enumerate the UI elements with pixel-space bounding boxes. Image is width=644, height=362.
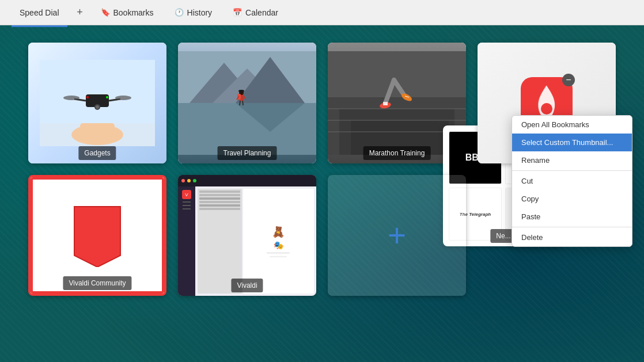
tab-speed-dial[interactable]: Speed Dial bbox=[12, 3, 67, 22]
dial-thumbnail-gadgets bbox=[28, 43, 166, 163]
svg-point-8 bbox=[115, 96, 131, 100]
svg-point-11 bbox=[86, 96, 89, 98]
tab-bar: Speed Dial + 🔖 Bookmarks 🕐 History 📅 Cal… bbox=[0, 0, 644, 25]
travel-image bbox=[178, 51, 316, 155]
dial-item-gadgets[interactable]: Gadgets bbox=[28, 43, 166, 163]
tab-calendar[interactable]: 📅 Calendar bbox=[225, 3, 286, 22]
history-icon: 🕐 bbox=[175, 8, 184, 17]
svg-line-23 bbox=[240, 101, 240, 105]
dial-item-travel[interactable]: Travel Planning bbox=[178, 43, 316, 163]
svg-line-24 bbox=[243, 101, 243, 105]
gadgets-image bbox=[40, 60, 155, 146]
history-label: History bbox=[187, 8, 213, 17]
context-menu-copy[interactable]: Copy bbox=[512, 190, 632, 208]
context-menu: Open All Bookmarks Select Custom Thumbna… bbox=[512, 115, 632, 247]
context-menu-cut[interactable]: Cut bbox=[512, 172, 632, 190]
dial-label-vivaldi2: Vivaldi bbox=[231, 279, 263, 292]
svg-point-10 bbox=[96, 105, 99, 109]
dial-item-vivaldi2[interactable]: V bbox=[178, 175, 316, 296]
context-menu-rename[interactable]: Rename bbox=[512, 151, 632, 169]
mini-header bbox=[178, 175, 316, 186]
svg-point-7 bbox=[63, 96, 79, 100]
dial-label-gadgets: Gadgets bbox=[78, 146, 116, 160]
svg-point-12 bbox=[106, 96, 108, 98]
dial-item-add[interactable]: + bbox=[328, 175, 466, 296]
svg-rect-3 bbox=[80, 123, 115, 135]
add-plus-icon: + bbox=[388, 220, 406, 252]
calendar-icon: 📅 bbox=[233, 8, 242, 17]
dial-label-marathon: Marathon Training bbox=[363, 146, 431, 160]
tab-history[interactable]: 🕐 History bbox=[166, 3, 221, 22]
tab-bookmarks[interactable]: 🔖 Bookmarks bbox=[93, 3, 162, 22]
vivaldi-mini-ui: V bbox=[178, 175, 316, 296]
context-menu-paste[interactable]: Paste bbox=[512, 208, 632, 226]
svg-point-43 bbox=[541, 103, 552, 115]
add-tab-button[interactable]: + bbox=[72, 5, 88, 21]
bookmarks-icon: 🔖 bbox=[101, 8, 110, 17]
context-menu-open-all-bookmarks[interactable]: Open All Bookmarks bbox=[512, 116, 632, 134]
context-menu-divider-2 bbox=[512, 227, 632, 227]
svg-point-27 bbox=[238, 90, 244, 92]
context-menu-divider-1 bbox=[512, 170, 632, 171]
context-menu-delete[interactable]: Delete bbox=[512, 228, 632, 246]
dial-label-vivaldi-community: Vivaldi Community bbox=[63, 276, 131, 290]
bookmarks-label: Bookmarks bbox=[113, 8, 154, 17]
svg-rect-41 bbox=[383, 102, 388, 105]
speed-dial-label: Speed Dial bbox=[20, 8, 59, 17]
calendar-label: Calendar bbox=[245, 8, 278, 17]
context-menu-select-custom-thumbnail[interactable]: Select Custom Thumbnail... bbox=[512, 134, 632, 151]
vivaldi-community-icon bbox=[71, 204, 123, 267]
dial-thumbnail-vivaldi2: V bbox=[178, 175, 316, 296]
dial-thumbnail-travel bbox=[178, 43, 316, 163]
dial-item-vivaldi-community[interactable]: Vivaldi Community bbox=[28, 175, 166, 296]
minus-button[interactable]: − bbox=[562, 74, 575, 86]
dial-label-travel: Travel Planning bbox=[218, 146, 277, 160]
